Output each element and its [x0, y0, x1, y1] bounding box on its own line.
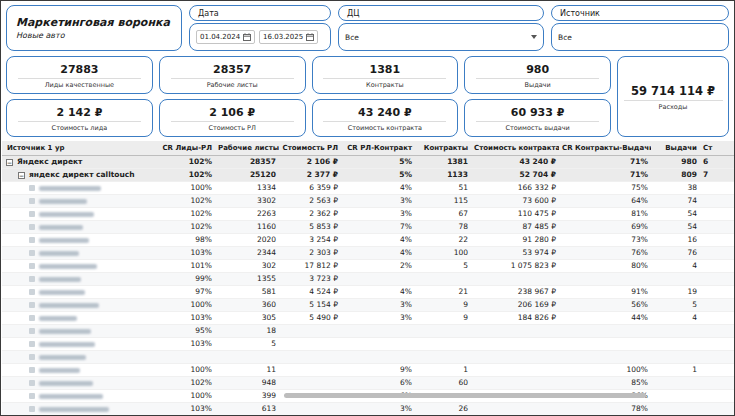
value-cell	[559, 351, 651, 364]
value-cell: 56%	[559, 299, 651, 312]
value-cell: 102%	[159, 169, 215, 182]
source-item-icon	[29, 237, 35, 243]
value-cell: 73 600 ₽	[471, 195, 559, 208]
value-cell: 9%	[341, 364, 415, 377]
value-cell: 5 154 ₽	[279, 299, 341, 312]
value-cell	[651, 325, 700, 338]
source-name-cell[interactable]	[2, 247, 159, 260]
table-row[interactable]: 102%11605 853 ₽7%7887 485 ₽69%54	[2, 221, 735, 234]
source-item-icon	[29, 354, 35, 360]
source-name-cell[interactable]	[2, 182, 159, 195]
filter-bar: Маркетинговая воронка Новые авто Дата 01…	[1, 1, 734, 51]
date-to-input[interactable]: 16.03.2025	[259, 30, 318, 44]
col-header-cr-leads-ws[interactable]: CR Лиды-РЛ	[159, 141, 215, 156]
col-header-cost-ws[interactable]: Стоимость РЛ	[279, 141, 341, 156]
table-row[interactable]: 99%13553 723 ₽	[2, 273, 735, 286]
value-cell: 2%	[341, 260, 415, 273]
value-cell	[559, 338, 651, 351]
value-cell	[279, 403, 341, 416]
kpi-label: Стоимость лида	[18, 121, 141, 132]
table-row[interactable]: 98%20203 254 ₽4%2291 280 ₽73%16	[2, 234, 735, 247]
value-cell: 81%	[559, 208, 651, 221]
col-header-source[interactable]: Источник 1 ур	[2, 141, 159, 156]
col-header-deliveries[interactable]: Выдачи	[651, 141, 700, 156]
value-cell: 22	[415, 234, 471, 247]
table-row[interactable]: 103%6133%2678%	[2, 403, 735, 416]
source-name-cell[interactable]	[2, 364, 159, 377]
value-cell	[471, 377, 559, 390]
source-name-cell[interactable]: −яндекс директ calltouch	[2, 169, 159, 182]
col-header-cost-contract[interactable]: Стоимость контракта	[471, 141, 559, 156]
source-name-cell[interactable]	[2, 234, 159, 247]
value-cell: 102%	[159, 208, 215, 221]
source-name-cell[interactable]	[2, 286, 159, 299]
col-header-cr-contracts-deliveries[interactable]: CR Контракты-Выдачи	[559, 141, 651, 156]
collapse-icon[interactable]: −	[6, 159, 13, 166]
col-header-worksheets[interactable]: Рабочие листы	[215, 141, 279, 156]
table-row[interactable]: 100%3605 154 ₽3%9206 169 ₽56%5	[2, 299, 735, 312]
value-cell	[700, 247, 735, 260]
source-item-icon	[29, 185, 35, 191]
source-name-cell[interactable]	[2, 299, 159, 312]
kpi-cost-per-lead: 2 142 ₽ Стоимость лида	[6, 99, 153, 137]
source-name-cell[interactable]: −Яндекс директ	[2, 156, 159, 169]
col-header-contracts[interactable]: Контракты	[415, 141, 471, 156]
table-row[interactable]: 103%23442 303 ₽4%10053 974 ₽76%76	[2, 247, 735, 260]
table-row[interactable]: 102%22632 362 ₽3%67110 475 ₽81%54	[2, 208, 735, 221]
value-cell: 115	[415, 195, 471, 208]
value-cell: 4	[651, 260, 700, 273]
source-name-cell[interactable]	[2, 273, 159, 286]
value-cell	[471, 338, 559, 351]
value-cell	[651, 390, 700, 403]
value-cell	[700, 195, 735, 208]
table-row[interactable]: 100%119%1100%1	[2, 364, 735, 377]
table-row[interactable]	[2, 351, 735, 364]
table-row[interactable]: −Яндекс директ102%283572 106 ₽5%138143 2…	[2, 156, 735, 169]
dc-dropdown-value: Все	[345, 33, 359, 42]
value-cell: 184 826 ₽	[471, 312, 559, 325]
col-header-truncated[interactable]: Ст	[700, 141, 735, 156]
source-name-cell[interactable]	[2, 403, 159, 416]
value-cell	[651, 351, 700, 364]
value-cell: 52 704 ₽	[471, 169, 559, 182]
value-cell	[471, 364, 559, 377]
source-name-cell[interactable]	[2, 312, 159, 325]
horizontal-scrollbar-thumb[interactable]	[284, 393, 646, 398]
source-name-cell[interactable]	[2, 221, 159, 234]
date-from-input[interactable]: 01.04.2024	[196, 30, 255, 44]
value-cell	[700, 260, 735, 273]
col-header-cr-ws-contract[interactable]: CR РЛ-Контракт	[341, 141, 415, 156]
value-cell: 9	[415, 299, 471, 312]
source-name-cell[interactable]	[2, 195, 159, 208]
value-cell: 581	[215, 286, 279, 299]
value-cell: 98%	[159, 234, 215, 247]
value-cell: 1	[415, 364, 471, 377]
table-row[interactable]: 102%33022 563 ₽3%11573 600 ₽64%74	[2, 195, 735, 208]
source-name-cell[interactable]	[2, 208, 159, 221]
dc-dropdown[interactable]: Все	[338, 23, 544, 51]
table-row[interactable]: 103%5	[2, 338, 735, 351]
table-row[interactable]: 97%5814 524 ₽4%21238 967 ₽91%19	[2, 286, 735, 299]
table-row[interactable]: 103%3055 490 ₽3%9184 826 ₽44%4	[2, 312, 735, 325]
value-cell	[700, 234, 735, 247]
kpi-cost-per-contract: 43 240 ₽ Стоимость контракта	[312, 99, 459, 137]
source-item-icon	[29, 380, 35, 386]
kpi-label: Лиды качественные	[18, 78, 141, 89]
value-cell: 99%	[159, 273, 215, 286]
table-row[interactable]: −яндекс директ calltouch102%251202 377 ₽…	[2, 169, 735, 182]
collapse-icon[interactable]: −	[18, 172, 25, 179]
source-name-cell[interactable]	[2, 390, 159, 403]
source-name-cell[interactable]	[2, 351, 159, 364]
value-cell: 28357	[215, 156, 279, 169]
value-cell: 110 475 ₽	[471, 208, 559, 221]
value-cell: 4	[651, 312, 700, 325]
source-dropdown[interactable]: Все	[551, 23, 729, 51]
source-name-cell[interactable]	[2, 338, 159, 351]
source-name-cell[interactable]	[2, 260, 159, 273]
table-row[interactable]: 102%9486%6085%	[2, 377, 735, 390]
source-name-cell[interactable]	[2, 377, 159, 390]
table-row[interactable]: 95%18	[2, 325, 735, 338]
table-row[interactable]: 101%30217 812 ₽2%51 075 823 ₽80%4	[2, 260, 735, 273]
table-row[interactable]: 100%13346 359 ₽4%51166 332 ₽75%38	[2, 182, 735, 195]
source-name-cell[interactable]	[2, 325, 159, 338]
